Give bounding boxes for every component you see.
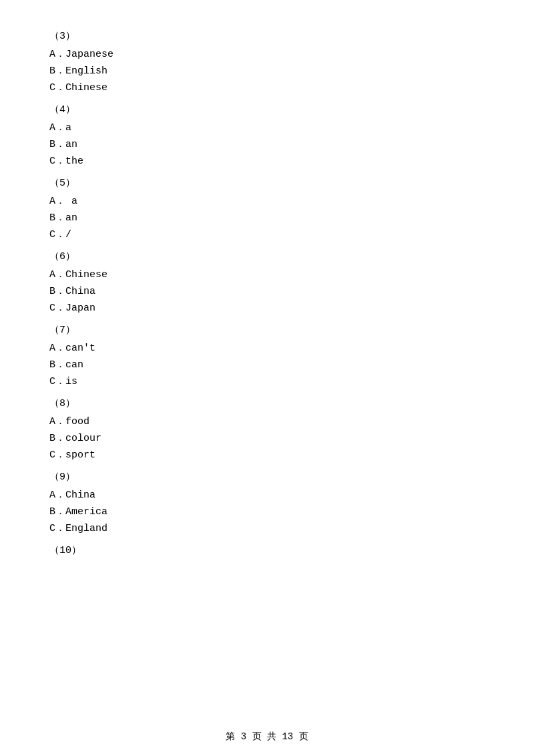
- question-number-3: （6）: [47, 250, 487, 262]
- option-5-0: A．food: [47, 415, 487, 427]
- question-number-6: （9）: [47, 470, 487, 483]
- option-0-2: C．Chinese: [47, 81, 487, 93]
- option-2-1: B．an: [47, 211, 487, 224]
- option-1-2: C．the: [47, 154, 487, 167]
- option-5-1: B．colour: [47, 431, 487, 444]
- option-1-0: A．a: [47, 121, 487, 134]
- question-number-7: （10）: [47, 544, 487, 556]
- option-0-1: B．English: [47, 64, 487, 77]
- option-3-2: C．Japan: [47, 301, 487, 314]
- question-number-5: （8）: [47, 397, 487, 409]
- question-number-2: （5）: [47, 176, 487, 189]
- option-4-2: C．is: [47, 375, 487, 387]
- option-5-2: C．sport: [47, 448, 487, 461]
- option-3-1: B．China: [47, 285, 487, 297]
- option-6-1: B．America: [47, 505, 487, 518]
- option-4-0: A．can't: [47, 341, 487, 354]
- option-4-1: B．can: [47, 358, 487, 371]
- footer-text: 第 3 页 共 13 页: [226, 731, 308, 742]
- option-2-0: A． a: [47, 194, 487, 207]
- option-6-0: A．China: [47, 488, 487, 501]
- option-2-2: C．/: [47, 228, 487, 240]
- page-content: （3）A．JapaneseB．EnglishC．Chinese（4）A．aB．a…: [0, 0, 534, 602]
- question-number-4: （7）: [47, 323, 487, 336]
- question-number-0: （3）: [47, 29, 487, 42]
- option-6-2: C．England: [47, 522, 487, 534]
- option-1-1: B．an: [47, 138, 487, 150]
- option-0-0: A．Japanese: [47, 47, 487, 60]
- question-number-1: （4）: [47, 103, 487, 116]
- option-3-0: A．Chinese: [47, 268, 487, 280]
- page-footer: 第 3 页 共 13 页: [0, 731, 534, 743]
